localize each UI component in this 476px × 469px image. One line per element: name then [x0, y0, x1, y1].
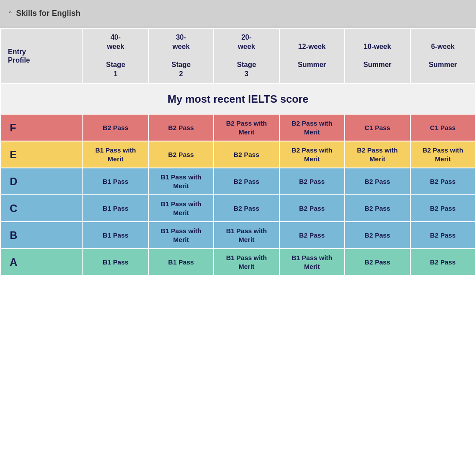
cell-a-col3: B1 Pass with Merit [279, 249, 345, 275]
col-12week: 12-weekSummer [279, 28, 345, 84]
table-row-d: DB1 PassB1 Pass with MeritB2 PassB2 Pass… [0, 168, 476, 195]
cell-d-col3: B2 Pass [279, 168, 345, 195]
cell-a-col4: B2 Pass [345, 249, 410, 275]
cell-c-col1: B1 Pass with Merit [149, 195, 214, 222]
cell-e-col0: B1 Pass with Merit [83, 141, 149, 168]
cell-d-col0: B1 Pass [83, 168, 149, 195]
cell-f-col2: B2 Pass with Merit [214, 114, 279, 141]
cell-b-col4: B2 Pass [345, 222, 410, 249]
cell-b-col5: B2 Pass [410, 222, 476, 249]
row-label-c: C [0, 195, 83, 222]
top-bar: ^ Skills for English [0, 0, 476, 26]
entry-profile-table: EntryProfile 40-weekStage1 30-weekStage2… [0, 28, 476, 276]
cell-c-col0: B1 Pass [83, 195, 149, 222]
table-row-f: FB2 PassB2 PassB2 Pass with MeritB2 Pass… [0, 114, 476, 141]
row-label-f: F [0, 114, 83, 141]
cell-f-col4: C1 Pass [345, 114, 410, 141]
cell-e-col2: B2 Pass [214, 141, 279, 168]
cell-a-col0: B1 Pass [83, 249, 149, 275]
table-wrapper: EntryProfile 40-weekStage1 30-weekStage2… [0, 26, 476, 276]
table-row-c: CB1 PassB1 Pass with MeritB2 PassB2 Pass… [0, 195, 476, 222]
cell-b-col0: B1 Pass [83, 222, 149, 249]
cell-b-col3: B2 Pass [279, 222, 345, 249]
cell-b-col2: B1 Pass with Merit [214, 222, 279, 249]
col-30week: 30-weekStage2 [149, 28, 214, 84]
cell-e-col5: B2 Pass with Merit [410, 141, 476, 168]
cell-d-col2: B2 Pass [214, 168, 279, 195]
row-label-d: D [0, 168, 83, 195]
cell-f-col0: B2 Pass [83, 114, 149, 141]
cell-c-col3: B2 Pass [279, 195, 345, 222]
cell-e-col4: B2 Pass with Merit [345, 141, 410, 168]
cell-c-col2: B2 Pass [214, 195, 279, 222]
cell-e-col1: B2 Pass [149, 141, 214, 168]
chevron-up-icon: ^ [9, 10, 12, 17]
ielts-header-row: My most recent IELTS score [0, 84, 476, 114]
row-label-b: B [0, 222, 83, 249]
column-header-row: EntryProfile 40-weekStage1 30-weekStage2… [0, 28, 476, 84]
col-40week: 40-weekStage1 [83, 28, 149, 84]
cell-a-col2: B1 Pass with Merit [214, 249, 279, 275]
cell-c-col4: B2 Pass [345, 195, 410, 222]
cell-c-col5: B2 Pass [410, 195, 476, 222]
cell-d-col1: B1 Pass with Merit [149, 168, 214, 195]
ielts-score-header: My most recent IELTS score [0, 84, 476, 114]
col-20week: 20-weekStage3 [214, 28, 279, 84]
cell-e-col3: B2 Pass with Merit [279, 141, 345, 168]
cell-f-col5: C1 Pass [410, 114, 476, 141]
table-row-b: BB1 PassB1 Pass with MeritB1 Pass with M… [0, 222, 476, 249]
cell-b-col1: B1 Pass with Merit [149, 222, 214, 249]
cell-a-col5: B2 Pass [410, 249, 476, 275]
top-bar-title: Skills for English [16, 9, 81, 18]
cell-d-col5: B2 Pass [410, 168, 476, 195]
table-row-e: EB1 Pass with MeritB2 PassB2 PassB2 Pass… [0, 141, 476, 168]
col-6week: 6-weekSummer [410, 28, 476, 84]
col-10week: 10-weekSummer [345, 28, 410, 84]
table-row-a: AB1 PassB1 PassB1 Pass with MeritB1 Pass… [0, 249, 476, 275]
entry-profile-header: EntryProfile [0, 28, 83, 84]
cell-f-col1: B2 Pass [149, 114, 214, 141]
row-label-e: E [0, 141, 83, 168]
cell-a-col1: B1 Pass [149, 249, 214, 275]
cell-d-col4: B2 Pass [345, 168, 410, 195]
cell-f-col3: B2 Pass with Merit [279, 114, 345, 141]
row-label-a: A [0, 249, 83, 275]
